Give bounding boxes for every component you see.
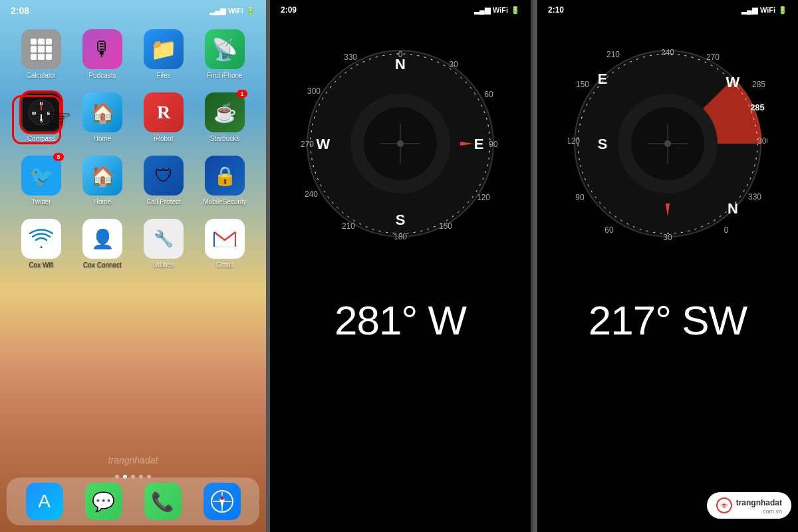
svg-text:285: 285 (750, 102, 765, 112)
battery-icon-p3: 🔋 (778, 6, 787, 15)
dock-safari[interactable] (203, 483, 241, 520)
app-coxwifi[interactable]: Cox Wifi (15, 219, 68, 269)
app-icon-utilities: 🔧 (144, 219, 184, 259)
app-icon-irobot: R (144, 92, 184, 132)
svg-text:60: 60 (484, 90, 493, 99)
svg-text:30: 30 (449, 60, 458, 69)
app-label-coxhome: Home (94, 198, 112, 205)
svg-text:E: E (474, 136, 484, 152)
app-gmail[interactable]: Gmail (198, 219, 251, 269)
dock-phone[interactable]: 📞 (144, 483, 182, 520)
app-irobot[interactable]: R iRobot (137, 92, 190, 142)
app-label-calculator: Calculator (26, 72, 56, 79)
svg-text:285: 285 (752, 80, 765, 89)
compass-reading-phone2: 281° W (334, 297, 466, 344)
irobot-r-icon: R (157, 102, 170, 123)
svg-text:T: T (722, 503, 726, 509)
app-home[interactable]: 🏠 Home (76, 92, 129, 142)
app-twitter[interactable]: 🐦 5 Twitter (15, 156, 68, 205)
svg-text:90: 90 (489, 140, 498, 149)
gmail-svg-icon (213, 229, 237, 248)
app-label-findiphone: Find iPhone (207, 72, 242, 79)
svg-text:210: 210 (606, 50, 620, 59)
svg-text:300: 300 (757, 136, 767, 146)
signal-icon-p3: ▂▄▆ (741, 6, 757, 15)
status-icons-phone3: ▂▄▆ WiFi 🔋 (741, 5, 787, 15)
app-files[interactable]: 📁 Files (137, 29, 190, 79)
svg-text:60: 60 (604, 225, 614, 235)
app-grid: Calculator 🎙 Podcasts 📁 Files 📡 Find iPh… (0, 19, 266, 279)
app-label-home: Home (94, 135, 112, 142)
phone2-compass: 2:09 ▂▄▆ WiFi 🔋 N S E W 0 (270, 0, 533, 532)
dock-icon-phone: 📞 (144, 483, 182, 520)
svg-text:330: 330 (748, 192, 761, 201)
compass-svg-phone2: N S E W 0 30 60 90 120 150 180 210 240 2… (301, 44, 500, 243)
dock-icon-messages: 💬 (85, 483, 122, 520)
status-bar-phone1: 2:08 ▂▄▆ WiFi 🔋 (0, 0, 266, 19)
svg-text:S: S (598, 136, 608, 152)
status-time-phone3: 2:10 (548, 5, 564, 15)
wifi-icon-p3: WiFi (760, 6, 775, 14)
app-starbucks[interactable]: ☕ 1 Starbucks (198, 92, 251, 142)
dock-messages[interactable]: 💬 (85, 483, 122, 520)
dock-appstore[interactable]: A (26, 483, 63, 520)
app-label-podcasts: Podcasts (88, 72, 116, 79)
app-label-utilities: Utilities (153, 261, 174, 269)
app-utilities[interactable]: 🔧 Utilities (137, 219, 190, 269)
svg-text:240: 240 (305, 190, 318, 199)
app-findiphone[interactable]: 📡 Find iPhone (198, 29, 251, 79)
svg-point-60 (664, 140, 671, 147)
app-label-coxconnect: Cox Connect (83, 261, 122, 269)
svg-text:330: 330 (344, 53, 357, 62)
svg-text:0: 0 (398, 50, 403, 59)
compass-dial-phone3: W S N E 240 270 285 300 330 0 30 60 90 1… (568, 44, 767, 243)
dock-icon-appstore: A (26, 483, 63, 520)
battery-icon-p2: 🔋 (511, 6, 520, 15)
logo-domain: .com.vn (736, 508, 782, 515)
logo-icon: T (716, 497, 732, 513)
safari-svg (210, 489, 234, 513)
app-label-coxwifi: Cox Wifi (29, 261, 53, 269)
status-time-phone2: 2:09 (281, 5, 297, 15)
app-calculator[interactable]: Calculator (15, 29, 68, 79)
app-icon-coxwifi (21, 219, 61, 259)
signal-icon-p2: ▂▄▆ (474, 6, 490, 15)
svg-text:150: 150 (576, 80, 589, 89)
svg-text:210: 210 (342, 221, 355, 231)
app-label-files: Files (156, 72, 170, 79)
svg-text:270: 270 (301, 140, 314, 149)
svg-text:N: N (728, 200, 738, 217)
compass-dial-phone2: N S E W 0 30 60 90 120 150 180 210 240 2… (301, 44, 500, 243)
signal-icon: ▂▄▆ (209, 7, 225, 15)
app-podcasts[interactable]: 🎙 Podcasts (76, 29, 129, 79)
svg-text:300: 300 (307, 86, 321, 96)
compass-svg-phone3: W S N E 240 270 285 300 330 0 30 60 90 1… (568, 44, 767, 243)
battery-icon: 🔋 (246, 7, 255, 15)
twitter-badge: 5 (53, 153, 64, 161)
app-label-irobot: iRobot (154, 135, 174, 142)
svg-point-35 (397, 140, 404, 147)
app-icon-starbucks: ☕ 1 (205, 92, 245, 132)
svg-text:270: 270 (706, 53, 720, 62)
status-time-phone1: 2:08 (11, 5, 29, 16)
app-icon-coxhome: 🏠 (82, 156, 122, 196)
app-mobilesec[interactable]: 🔒 MobileSecurity (198, 156, 251, 205)
app-coxhome[interactable]: 🏠 Home (76, 156, 129, 205)
app-coxconnect[interactable]: 👤 Cox Connect (76, 219, 129, 269)
app-icon-gmail (205, 219, 245, 259)
app-icon-coxconnect: 👤 (82, 219, 122, 259)
status-bar-phone3: 2:10 ▂▄▆ WiFi 🔋 (537, 0, 798, 17)
svg-text:120: 120 (477, 193, 490, 202)
svg-text:0: 0 (724, 225, 729, 235)
app-callprotect[interactable]: 🛡 Call Protect (137, 156, 190, 205)
starbucks-badge: 1 (237, 90, 247, 98)
app-icon-home: 🏠 (82, 92, 122, 132)
wifi-svg-icon (29, 227, 53, 251)
compass-reading-phone3: 217° SW (589, 297, 747, 344)
app-icon-callprotect: 🛡 (144, 156, 184, 196)
app-label-callprotect: Call Protect (146, 198, 181, 205)
svg-text:240: 240 (661, 48, 674, 57)
svg-text:W: W (726, 74, 740, 90)
logo-text: trangnhadat .com.vn (736, 496, 782, 515)
status-bar-phone2: 2:09 ▂▄▆ WiFi 🔋 (270, 0, 531, 17)
